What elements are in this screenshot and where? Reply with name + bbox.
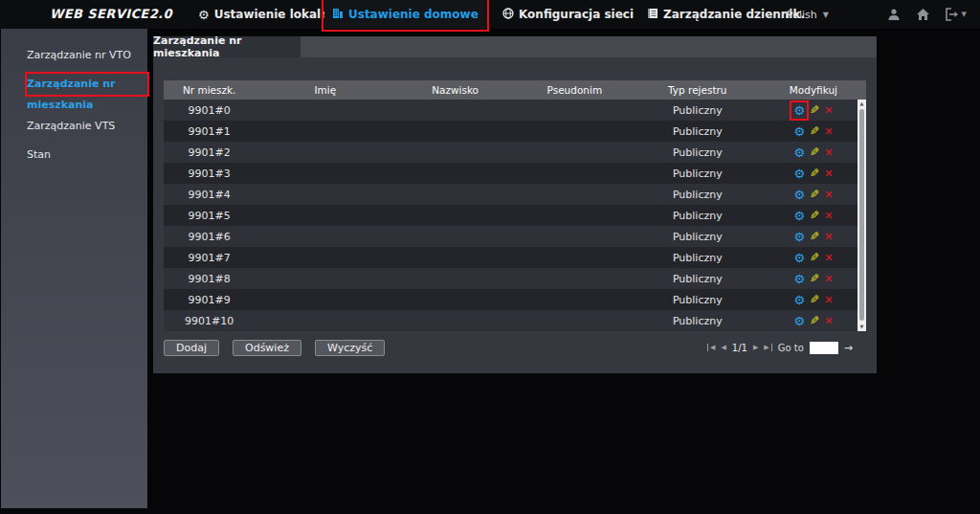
pencil-icon[interactable]: ✎ bbox=[810, 104, 819, 116]
table-row[interactable]: 9901#0 Publiczny ⚙ ✎ ✕ bbox=[164, 100, 866, 121]
nav-konfiguracja-sieci[interactable]: Konfiguracja sieci bbox=[502, 0, 634, 29]
pencil-icon[interactable]: ✎ bbox=[810, 252, 819, 263]
scroll-up-icon[interactable]: ▲ bbox=[858, 100, 866, 108]
nav-zarzadzanie-dziennik[interactable]: Zarządzanie dziennik. bbox=[648, 0, 805, 29]
go-arrow-icon[interactable]: → bbox=[844, 342, 853, 354]
home-icon[interactable] bbox=[916, 8, 930, 21]
column-header-pseudonim: Pseudonim bbox=[515, 84, 635, 96]
delete-icon[interactable]: ✕ bbox=[824, 126, 833, 137]
cell-modyfikuj: ⚙ ✎ ✕ bbox=[761, 294, 866, 306]
cell-nr-mieszk: 9901#2 bbox=[164, 146, 255, 159]
pencil-icon[interactable]: ✎ bbox=[810, 273, 819, 284]
gear-icon[interactable]: ⚙ bbox=[793, 125, 805, 138]
cell-modyfikuj: ⚙ ✎ ✕ bbox=[761, 146, 866, 159]
delete-icon[interactable]: ✕ bbox=[824, 232, 833, 242]
table-row[interactable]: 9901#1 Publiczny ⚙ ✎ ✕ bbox=[164, 121, 866, 142]
pencil-icon[interactable]: ✎ bbox=[810, 315, 819, 326]
scrollbar-thumb[interactable] bbox=[859, 109, 864, 321]
gear-icon[interactable]: ⚙ bbox=[793, 294, 805, 306]
pencil-icon[interactable]: ✎ bbox=[810, 231, 819, 242]
user-icon[interactable] bbox=[887, 8, 901, 21]
apartment-table: Nr mieszk. Imię Nazwisko Pseudonim Typ r… bbox=[164, 80, 866, 331]
tab-zarzadzanie-nr-mieszkania[interactable]: Zarządzanie nr mieszkania bbox=[153, 36, 301, 57]
nav-ustawienie-domowe[interactable]: Ustawienie domowe bbox=[324, 0, 486, 29]
table-row[interactable]: 9901#6 Publiczny ⚙ ✎ ✕ bbox=[164, 226, 866, 247]
cell-typ-rejestru: Publiczny bbox=[635, 252, 761, 264]
table-row[interactable]: 9901#8 Publiczny ⚙ ✎ ✕ bbox=[164, 268, 866, 289]
pencil-icon[interactable]: ✎ bbox=[810, 189, 819, 200]
content-panel: Zarządzanie nr mieszkania Nr mieszk. Imi… bbox=[153, 36, 877, 373]
cell-nr-mieszk: 9901#4 bbox=[164, 189, 255, 201]
cell-nr-mieszk: 9901#6 bbox=[164, 231, 255, 243]
sidebar-item-zarzadzanie-nr-vto[interactable]: Zarządzanie nr VTO bbox=[1, 41, 147, 70]
cell-nr-mieszk: 9901#7 bbox=[164, 252, 255, 264]
app-logo: WEB SERVICE2.0 bbox=[50, 7, 172, 21]
gear-icon[interactable]: ⚙ bbox=[793, 231, 805, 243]
table-row[interactable]: 9901#10 Publiczny ⚙ ✎ ✕ bbox=[164, 310, 866, 331]
gear-icon[interactable]: ⚙ bbox=[793, 189, 805, 201]
scroll-down-icon[interactable]: ▼ bbox=[858, 323, 866, 331]
cell-typ-rejestru: Publiczny bbox=[635, 294, 761, 306]
goto-page-input[interactable] bbox=[810, 342, 838, 354]
table-row[interactable]: 9901#7 Publiczny ⚙ ✎ ✕ bbox=[164, 247, 866, 268]
table-row[interactable]: 9901#5 Publiczny ⚙ ✎ ✕ bbox=[164, 205, 866, 226]
gear-icon[interactable]: ⚙ bbox=[793, 168, 805, 180]
language-label: Polish bbox=[787, 9, 817, 21]
tab-bar: Zarządzanie nr mieszkania bbox=[153, 36, 877, 57]
table-row[interactable]: 9901#3 Publiczny ⚙ ✎ ✕ bbox=[164, 163, 866, 184]
delete-icon[interactable]: ✕ bbox=[824, 253, 833, 263]
last-page-icon[interactable]: ▶ bbox=[764, 344, 771, 351]
table-scrollbar[interactable]: ▲ ▼ bbox=[858, 100, 866, 331]
cell-nr-mieszk: 9901#5 bbox=[164, 210, 255, 222]
clear-button[interactable]: Wyczyść bbox=[315, 340, 385, 356]
cell-modyfikuj: ⚙ ✎ ✕ bbox=[761, 231, 866, 243]
delete-icon[interactable]: ✕ bbox=[824, 295, 833, 305]
delete-icon[interactable]: ✕ bbox=[824, 211, 833, 221]
cell-modyfikuj: ⚙ ✎ ✕ bbox=[761, 273, 866, 285]
delete-icon[interactable]: ✕ bbox=[824, 168, 833, 179]
cell-nr-mieszk: 9901#9 bbox=[164, 294, 255, 306]
cell-nr-mieszk: 9901#1 bbox=[164, 125, 255, 138]
cell-nr-mieszk: 9901#3 bbox=[164, 168, 255, 180]
pencil-icon[interactable]: ✎ bbox=[810, 210, 819, 221]
table-row[interactable]: 9901#2 Publiczny ⚙ ✎ ✕ bbox=[164, 142, 866, 163]
delete-icon[interactable]: ✕ bbox=[824, 147, 833, 158]
nav-item-label: Ustawienie lokalne bbox=[214, 8, 337, 21]
table-row[interactable]: 9901#9 Publiczny ⚙ ✎ ✕ bbox=[164, 289, 866, 310]
language-dropdown[interactable]: Polish ▼ bbox=[787, 0, 829, 29]
sidebar: Zarządzanie nr VTO Zarządzanie nr mieszk… bbox=[1, 29, 147, 508]
prev-page-icon[interactable]: ◀ bbox=[721, 344, 725, 351]
top-nav-bar: WEB SERVICE2.0 ⚙ Ustawienie lokalne Usta… bbox=[0, 0, 980, 29]
gear-icon[interactable]: ⚙ bbox=[793, 273, 805, 285]
sidebar-item-zarzadzanie-nr-mieszkania[interactable]: Zarządzanie nr mieszkania bbox=[27, 74, 147, 95]
logout-icon[interactable]: ▼ bbox=[946, 8, 967, 21]
nav-item-label: Konfiguracja sieci bbox=[519, 8, 634, 21]
refresh-button[interactable]: Odśwież bbox=[233, 340, 301, 356]
gear-icon[interactable]: ⚙ bbox=[793, 315, 805, 327]
gear-icon[interactable]: ⚙ bbox=[793, 104, 805, 117]
cell-modyfikuj: ⚙ ✎ ✕ bbox=[761, 189, 866, 201]
top-actions: ▼ bbox=[887, 0, 967, 29]
gear-icon[interactable]: ⚙ bbox=[793, 146, 805, 159]
delete-icon[interactable]: ✕ bbox=[824, 316, 833, 326]
pencil-icon[interactable]: ✎ bbox=[810, 294, 819, 305]
first-page-icon[interactable]: ◀ bbox=[707, 344, 715, 351]
pencil-icon[interactable]: ✎ bbox=[810, 146, 819, 158]
gear-icon[interactable]: ⚙ bbox=[793, 252, 805, 264]
cell-nr-mieszk: 9901#0 bbox=[164, 104, 255, 117]
next-page-icon[interactable]: ▶ bbox=[753, 344, 758, 351]
nav-item-label: Zarządzanie dziennik. bbox=[663, 8, 805, 21]
add-button[interactable]: Dodaj bbox=[164, 340, 219, 356]
pencil-icon[interactable]: ✎ bbox=[810, 168, 819, 179]
pencil-icon[interactable]: ✎ bbox=[810, 125, 819, 137]
delete-icon[interactable]: ✕ bbox=[824, 105, 833, 116]
sidebar-item-zarzadzanie-vts[interactable]: Zarządzanie VTS bbox=[1, 112, 147, 141]
chevron-down-icon: ▼ bbox=[962, 11, 967, 18]
sidebar-item-stan[interactable]: Stan bbox=[1, 141, 147, 169]
nav-ustawienie-lokalne[interactable]: ⚙ Ustawienie lokalne bbox=[198, 0, 337, 29]
delete-icon[interactable]: ✕ bbox=[824, 274, 833, 284]
table-footer: Dodaj Odśwież Wyczyść ◀ ◀ 1/1 ▶ ▶ Go to … bbox=[164, 337, 866, 358]
delete-icon[interactable]: ✕ bbox=[824, 190, 833, 200]
gear-icon[interactable]: ⚙ bbox=[793, 210, 805, 222]
table-row[interactable]: 9901#4 Publiczny ⚙ ✎ ✕ bbox=[164, 184, 866, 205]
